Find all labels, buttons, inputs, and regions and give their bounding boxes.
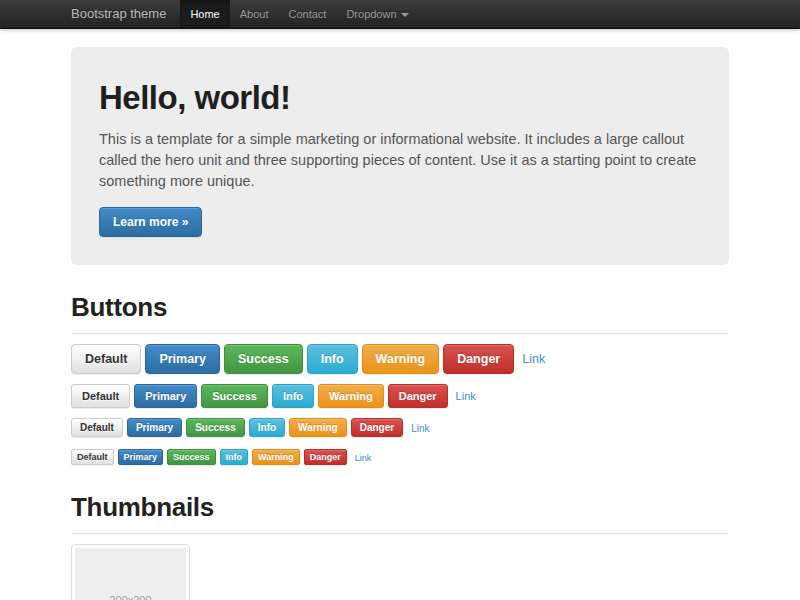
primary-button-xs[interactable]: Primary	[118, 449, 164, 465]
thumbnails-section: Thumbnails 200x200	[71, 492, 729, 600]
buttons-section-header: Buttons	[71, 292, 729, 334]
primary-button-sm[interactable]: Primary	[127, 418, 182, 437]
primary-button-lg[interactable]: Primary	[145, 344, 220, 374]
learn-more-button[interactable]: Learn more »	[99, 207, 202, 237]
thumbnail-grid: 200x200	[71, 544, 729, 600]
warning-button-sm[interactable]: Warning	[289, 418, 347, 437]
navbar: Bootstrap theme Home About Contact Dropd…	[0, 0, 800, 29]
button-row-md: DefaultPrimarySuccessInfoWarningDangerLi…	[71, 384, 729, 408]
nav-item-about[interactable]: About	[230, 0, 279, 28]
main-content: Hello, world! This is a template for a s…	[71, 47, 729, 600]
success-button-lg[interactable]: Success	[224, 344, 303, 374]
hero-unit: Hello, world! This is a template for a s…	[71, 47, 729, 265]
caret-down-icon	[401, 13, 409, 17]
nav-item-dropdown[interactable]: Dropdown	[336, 0, 418, 28]
button-row-sm: DefaultPrimarySuccessInfoWarningDangerLi…	[71, 418, 729, 437]
default-button-lg[interactable]: Default	[71, 344, 141, 374]
buttons-heading: Buttons	[71, 292, 729, 323]
warning-button-md[interactable]: Warning	[318, 384, 384, 408]
danger-button-xs[interactable]: Danger	[304, 449, 347, 465]
nav-item-contact[interactable]: Contact	[278, 0, 336, 28]
button-rows: DefaultPrimarySuccessInfoWarningDangerLi…	[71, 344, 729, 465]
success-button-xs[interactable]: Success	[167, 449, 216, 465]
thumbnails-section-header: Thumbnails	[71, 492, 729, 534]
success-button-md[interactable]: Success	[201, 384, 268, 408]
info-button-sm[interactable]: Info	[249, 418, 285, 437]
thumbnails-heading: Thumbnails	[71, 492, 729, 523]
success-button-sm[interactable]: Success	[186, 418, 245, 437]
buttons-section: Buttons DefaultPrimarySuccessInfoWarning…	[71, 292, 729, 465]
nav-item-home[interactable]: Home	[180, 0, 229, 28]
hero-description: This is a template for a simple marketin…	[99, 129, 701, 192]
link-button-lg[interactable]: Link	[522, 352, 545, 366]
navbar-nav: Home About Contact Dropdown	[180, 0, 418, 28]
info-button-xs[interactable]: Info	[220, 449, 249, 465]
warning-button-lg[interactable]: Warning	[362, 344, 440, 374]
danger-button-md[interactable]: Danger	[388, 384, 448, 408]
default-button-xs[interactable]: Default	[71, 449, 114, 465]
danger-button-lg[interactable]: Danger	[443, 344, 514, 374]
button-row-xs: DefaultPrimarySuccessInfoWarningDangerLi…	[71, 447, 729, 465]
primary-button-md[interactable]: Primary	[134, 384, 197, 408]
nav-item-dropdown-label: Dropdown	[346, 8, 396, 20]
default-button-md[interactable]: Default	[71, 384, 130, 408]
button-row-lg: DefaultPrimarySuccessInfoWarningDangerLi…	[71, 344, 729, 374]
link-button-xs[interactable]: Link	[355, 453, 372, 463]
thumbnail-item[interactable]: 200x200	[71, 544, 190, 600]
info-button-lg[interactable]: Info	[307, 344, 358, 374]
info-button-md[interactable]: Info	[272, 384, 314, 408]
link-button-md[interactable]: Link	[456, 390, 476, 402]
warning-button-xs[interactable]: Warning	[252, 449, 300, 465]
danger-button-sm[interactable]: Danger	[351, 418, 403, 437]
navbar-brand[interactable]: Bootstrap theme	[71, 0, 180, 28]
default-button-sm[interactable]: Default	[71, 418, 123, 437]
link-button-sm[interactable]: Link	[411, 423, 429, 434]
hero-title: Hello, world!	[99, 79, 701, 117]
thumbnail-placeholder-image: 200x200	[75, 548, 186, 600]
